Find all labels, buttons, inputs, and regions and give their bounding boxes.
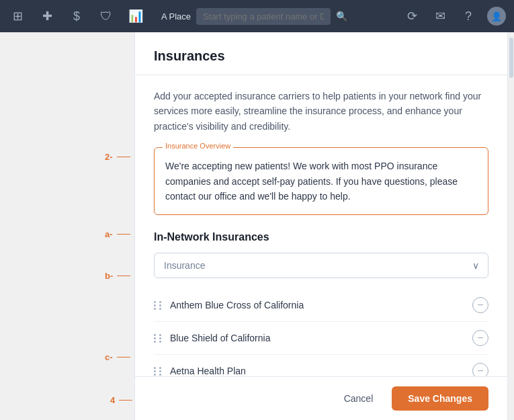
scrollbar[interactable]: [507, 32, 514, 420]
insurance-overview-box: Insurance Overview We're accepting new p…: [154, 147, 488, 215]
drag-handle-icon[interactable]: [154, 334, 163, 343]
mail-icon[interactable]: ✉: [431, 7, 449, 26]
remove-button[interactable]: −: [472, 330, 488, 346]
plus-icon[interactable]: ✚: [38, 7, 56, 26]
annotation-2-label: 2-: [105, 152, 113, 162]
annotation-b-line: [117, 276, 130, 276]
annotation-c-label: c-: [105, 352, 113, 362]
insurance-dropdown-container: InsuranceAnthem Blue Cross of California…: [154, 253, 488, 278]
topbar-right: ⟳ ✉ ? 👤: [402, 7, 506, 26]
annotation-2: 2-: [105, 152, 134, 162]
cancel-button[interactable]: Cancel: [333, 388, 384, 409]
drag-handle-icon[interactable]: [154, 301, 163, 310]
insurance-overview-label: Insurance Overview: [163, 142, 233, 150]
annotation-a: a-: [105, 229, 134, 239]
annotation-4: 4: [110, 395, 134, 405]
main-layout: 2- a- b- c- 4 Insurances A: [0, 32, 514, 420]
insurance-list: Anthem Blue Cross of California − Blue S…: [154, 289, 488, 376]
annotation-b-label: b-: [105, 271, 113, 281]
annotation-a-line: [117, 234, 130, 235]
search-icon[interactable]: 🔍: [336, 11, 347, 22]
table-row: Blue Shield of California −: [154, 322, 488, 355]
content-panel: Insurances Add your accepted insurance c…: [134, 32, 507, 420]
help-icon[interactable]: ?: [459, 7, 478, 26]
panel-body: Insurances Add your accepted insurance c…: [135, 32, 507, 376]
annotation-a-label: a-: [105, 229, 113, 239]
remove-button[interactable]: −: [472, 363, 488, 376]
place-label: A Place: [161, 11, 191, 22]
save-button[interactable]: Save Changes: [392, 386, 488, 411]
insurance-name: Aetna Health Plan: [170, 366, 466, 376]
panel-divider: [135, 75, 507, 75]
drag-handle-icon[interactable]: [154, 367, 163, 376]
dollar-icon[interactable]: $: [67, 7, 86, 26]
avatar[interactable]: 👤: [487, 7, 506, 26]
in-network-title: In-Network Insurances: [154, 231, 488, 243]
panel-description: Add your accepted insurance carriers to …: [154, 89, 488, 134]
scrollbar-thumb[interactable]: [509, 38, 513, 78]
insurance-overview-text: We're accepting new patients! We work wi…: [165, 159, 477, 204]
table-row: Aetna Health Plan −: [154, 355, 488, 376]
topbar: ⊞ ✚ $ 🛡 📊 A Place 🔍 ⟳ ✉ ? 👤: [0, 0, 514, 32]
table-row: Anthem Blue Cross of California −: [154, 289, 488, 322]
left-annotation: 2- a- b- c- 4: [0, 32, 134, 420]
annotation-2-line: [117, 157, 130, 157]
insurance-dropdown[interactable]: InsuranceAnthem Blue Cross of California…: [154, 253, 488, 278]
panel-footer: Cancel Save Changes: [135, 376, 507, 420]
panel-title: Insurances: [154, 48, 488, 64]
remove-button[interactable]: −: [472, 297, 488, 313]
insurance-name: Blue Shield of California: [170, 333, 466, 343]
annotation-4-label: 4: [110, 395, 115, 405]
history-icon[interactable]: ⟳: [402, 7, 421, 26]
annotation-c: c-: [105, 352, 134, 362]
chart-icon[interactable]: 📊: [126, 7, 145, 26]
annotation-c-line: [117, 357, 130, 358]
shield-icon[interactable]: 🛡: [97, 7, 116, 26]
annotation-4-line: [119, 400, 132, 401]
annotation-b: b-: [105, 271, 134, 281]
search-area: A Place 🔍: [161, 8, 347, 25]
grid-icon[interactable]: ⊞: [8, 7, 27, 26]
insurance-name: Anthem Blue Cross of California: [170, 300, 466, 310]
search-input[interactable]: [196, 8, 331, 25]
